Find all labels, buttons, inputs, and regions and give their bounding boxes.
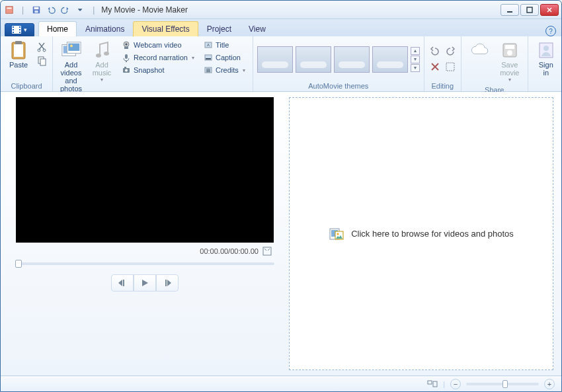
svg-point-26 xyxy=(96,54,101,58)
svg-rect-51 xyxy=(123,280,124,286)
group-automovie-label: AutoMovie themes xyxy=(257,81,420,91)
qat-customize-icon[interactable]: ⏷ xyxy=(74,4,86,16)
snapshot-button[interactable]: Snapshot xyxy=(118,64,198,76)
svg-rect-9 xyxy=(13,29,14,30)
svg-rect-30 xyxy=(124,47,128,49)
svg-rect-42 xyxy=(206,70,210,71)
file-menu-button[interactable]: ▾ xyxy=(5,23,34,36)
paste-button[interactable]: Paste xyxy=(5,38,32,71)
next-frame-button[interactable] xyxy=(156,274,179,292)
zoom-knob[interactable] xyxy=(502,380,508,388)
add-videos-photos-label: Add videos and photos xyxy=(60,61,82,93)
svg-rect-31 xyxy=(125,54,128,59)
redo-icon[interactable] xyxy=(60,4,71,16)
group-signin: Sign in xyxy=(528,36,562,91)
ribbon: Paste Clipboard Add videos and photos Ad… xyxy=(1,36,561,92)
tab-animations[interactable]: Animations xyxy=(77,21,133,36)
gallery-more-icon[interactable]: ▾ xyxy=(411,64,420,72)
music-note-icon xyxy=(91,40,112,61)
group-editing: Editing xyxy=(424,36,462,91)
prev-frame-button[interactable] xyxy=(111,274,134,292)
zoom-in-button[interactable]: + xyxy=(544,379,555,389)
svg-rect-58 xyxy=(433,381,437,387)
seek-knob[interactable] xyxy=(15,260,22,268)
tab-view[interactable]: View xyxy=(240,21,274,36)
svg-rect-12 xyxy=(19,29,20,30)
zoom-slider[interactable] xyxy=(466,383,539,385)
title-button[interactable]: ATitle xyxy=(200,39,249,51)
svg-rect-6 xyxy=(527,7,532,13)
filmstrip-photo-icon xyxy=(329,226,344,242)
rotate-left-icon[interactable] xyxy=(428,45,442,58)
play-button[interactable] xyxy=(134,274,156,292)
fullscreen-icon[interactable] xyxy=(262,247,272,256)
camera-icon xyxy=(122,65,131,75)
automovie-theme-2[interactable] xyxy=(296,46,331,73)
title-icon: A xyxy=(204,40,213,50)
svg-rect-1 xyxy=(7,7,12,9)
caption-button[interactable]: Caption xyxy=(200,52,249,63)
cloud-icon xyxy=(469,40,490,61)
group-share: Save movie ▾ Share xyxy=(462,36,528,91)
svg-point-27 xyxy=(104,52,109,56)
thumbnail-size-icon[interactable] xyxy=(427,379,438,389)
save-movie-icon xyxy=(499,40,520,61)
svg-rect-43 xyxy=(206,71,210,72)
credits-button[interactable]: Credits▾ xyxy=(200,64,249,76)
remove-icon[interactable] xyxy=(428,60,442,73)
minimize-button[interactable] xyxy=(501,4,519,16)
svg-rect-5 xyxy=(507,11,512,13)
svg-rect-35 xyxy=(124,67,126,68)
record-narration-button[interactable]: Record narration▾ xyxy=(118,52,198,63)
add-music-label: Add music xyxy=(93,61,112,77)
svg-point-34 xyxy=(125,69,128,72)
automovie-theme-1[interactable] xyxy=(257,46,293,73)
tab-project[interactable]: Project xyxy=(198,21,240,36)
undo-icon[interactable] xyxy=(45,4,57,16)
svg-rect-11 xyxy=(19,26,20,28)
automovie-theme-3[interactable] xyxy=(334,46,370,73)
gallery-up-icon[interactable]: ▴ xyxy=(411,47,420,55)
app-window: | ⏷ | My Movie - Movie Maker ▾ Home Anim… xyxy=(0,0,562,392)
svg-point-29 xyxy=(126,44,128,46)
credits-icon xyxy=(204,65,213,75)
video-preview[interactable] xyxy=(16,97,274,243)
title-bar: | ⏷ | My Movie - Movie Maker xyxy=(1,1,561,19)
preview-pane: 00:00.00/00:00.00 xyxy=(6,97,284,370)
maximize-button[interactable] xyxy=(520,4,539,16)
microphone-icon xyxy=(122,53,131,62)
cut-icon[interactable] xyxy=(35,40,48,54)
tab-home[interactable]: Home xyxy=(38,21,77,36)
svg-rect-8 xyxy=(13,26,14,28)
save-movie-button[interactable]: Save movie ▾ xyxy=(496,38,524,85)
add-videos-photos-button[interactable]: Add videos and photos xyxy=(57,38,85,95)
svg-rect-15 xyxy=(14,44,23,57)
seek-slider[interactable] xyxy=(15,262,274,265)
copy-icon[interactable] xyxy=(35,54,48,67)
close-button[interactable] xyxy=(540,4,559,16)
skydrive-button[interactable] xyxy=(465,38,493,63)
ribbon-tabs: ▾ Home Animations Visual Effects Project… xyxy=(1,19,561,36)
paste-label: Paste xyxy=(9,61,28,69)
gallery-down-icon[interactable]: ▾ xyxy=(411,56,420,63)
svg-rect-16 xyxy=(15,41,22,44)
save-icon[interactable] xyxy=(30,4,42,16)
svg-rect-32 xyxy=(126,61,127,62)
add-music-button[interactable]: Add music ▾ xyxy=(88,38,116,85)
automovie-theme-4[interactable] xyxy=(372,46,408,73)
group-clipboard: Paste Clipboard xyxy=(1,36,53,91)
webcam-video-button[interactable]: Webcam video xyxy=(118,39,198,51)
help-icon[interactable]: ? xyxy=(545,26,556,36)
tab-visual-effects[interactable]: Visual Effects xyxy=(133,21,198,36)
zoom-out-button[interactable]: − xyxy=(450,379,461,389)
sign-in-button[interactable]: Sign in xyxy=(532,38,560,79)
caption-icon xyxy=(204,53,213,62)
select-all-icon[interactable] xyxy=(444,60,457,73)
window-controls xyxy=(501,4,559,16)
app-icon[interactable] xyxy=(3,4,15,16)
workspace: 00:00.00/00:00.00 Click here to browse f… xyxy=(1,92,561,375)
user-icon xyxy=(536,40,557,61)
rotate-right-icon[interactable] xyxy=(444,45,457,58)
timeline-drop-area[interactable]: Click here to browse for videos and phot… xyxy=(289,97,553,370)
save-movie-label: Save movie xyxy=(500,61,519,77)
